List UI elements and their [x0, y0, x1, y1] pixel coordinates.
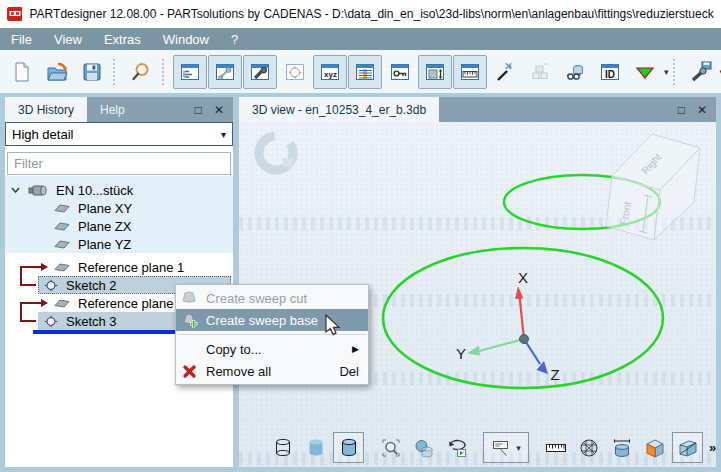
history-window-button[interactable]	[173, 55, 207, 89]
history-window-icon	[179, 61, 201, 83]
measure-button[interactable]	[606, 432, 637, 463]
measure-icon	[610, 436, 634, 460]
menu-item-create-sweep-base[interactable]: Create sweep base	[176, 309, 368, 331]
new-document-icon	[11, 61, 33, 83]
wrench-window-button[interactable]	[208, 55, 242, 89]
annotation-caret[interactable]: ▾	[516, 443, 521, 453]
panel-buttons: □ ✕	[669, 97, 716, 122]
tree-label[interactable]: Sketch 2	[63, 278, 120, 293]
tree-label[interactable]: Reference plane 1	[75, 260, 187, 275]
plane-icon	[54, 203, 70, 213]
maximize-button[interactable]: □	[195, 103, 202, 117]
section-icon	[643, 436, 667, 460]
filter-input[interactable]	[7, 152, 231, 175]
tree-row-plane-yz[interactable]: Plane YZ	[5, 235, 233, 253]
zoom-fit-icon	[379, 436, 403, 460]
assembly-icon	[529, 61, 551, 83]
id-window-button[interactable]: ID	[593, 55, 627, 89]
plane-icon	[54, 239, 70, 249]
shaded-edges-button[interactable]	[333, 432, 364, 463]
magic-wand-button[interactable]	[488, 55, 522, 89]
tree-row-ref-plane-1[interactable]: Reference plane 1	[5, 258, 233, 276]
new-document-button[interactable]	[5, 55, 39, 89]
menu-item-copy-to[interactable]: Copy to... ▶	[176, 338, 368, 360]
detail-dropdown[interactable]: High detail ▾	[5, 122, 233, 146]
menu-item-shortcut: Del	[339, 364, 359, 379]
perspective-icon	[676, 436, 700, 460]
ruler-button[interactable]	[540, 432, 571, 463]
sweep-cut-icon	[180, 290, 199, 306]
table-window-button[interactable]	[348, 55, 382, 89]
transparency-icon	[412, 436, 436, 460]
magnifier-icon	[130, 61, 152, 83]
tree-row-plane-xy[interactable]: Plane XY	[5, 199, 233, 217]
open-icon	[46, 61, 68, 83]
menu-file[interactable]: File	[0, 28, 43, 50]
screw-export-button[interactable]	[684, 55, 718, 89]
screw-window-button[interactable]	[243, 55, 277, 89]
section-button[interactable]	[639, 432, 670, 463]
rotate-animation-button[interactable]	[441, 432, 472, 463]
tree-row-plane-zx[interactable]: Plane ZX	[5, 217, 233, 235]
tree-label[interactable]: EN 10...stück	[53, 183, 136, 198]
assembly-button	[523, 55, 557, 89]
tree-row-part[interactable]: EN 10...stück	[5, 181, 233, 199]
menu-item-remove-all[interactable]: Remove all Del	[176, 360, 368, 382]
tab-help[interactable]: Help	[87, 97, 138, 122]
view-title: 3D view - en_10253_4_er_b.3db	[252, 103, 426, 117]
toolbar-overflow-button[interactable]: »	[709, 440, 716, 455]
tree-label[interactable]: Plane YZ	[75, 237, 134, 252]
magnifier-button[interactable]	[124, 55, 158, 89]
tree-label[interactable]: Sketch 3	[63, 314, 120, 329]
navigation-cube[interactable]: Right Front	[602, 128, 712, 248]
z-axis-label: Z	[550, 366, 559, 383]
sketch-window-button[interactable]	[278, 55, 312, 89]
xyz-window-button[interactable]: xyz	[313, 55, 347, 89]
filter-wrap	[5, 146, 233, 175]
key-window-button[interactable]	[383, 55, 417, 89]
shaded-button[interactable]	[300, 432, 331, 463]
tab-3d-history[interactable]: 3D History	[5, 97, 87, 122]
expander-chevron-icon[interactable]	[10, 185, 21, 195]
close-button[interactable]: ✕	[697, 103, 707, 117]
perspective-button[interactable]	[672, 432, 703, 463]
transparency-button[interactable]	[408, 432, 439, 463]
annotation-icon	[491, 436, 515, 460]
xyz-window-icon: xyz	[319, 61, 341, 83]
wireframe-button[interactable]	[267, 432, 298, 463]
close-button[interactable]: ✕	[214, 103, 224, 117]
quality-dropdown-caret[interactable]: ▾	[664, 67, 669, 77]
zoom-fit-button[interactable]	[375, 432, 406, 463]
plane-icon	[54, 262, 70, 272]
part-search-button[interactable]	[558, 55, 592, 89]
part-search-icon	[564, 61, 586, 83]
tab-3d-view[interactable]: 3D view - en_10253_4_er_b.3db	[239, 97, 439, 122]
ruler-icon	[544, 436, 568, 460]
tree-label[interactable]: Reference plane 2	[75, 296, 187, 311]
area-window-button[interactable]	[418, 55, 452, 89]
menu-item-label: Remove all	[206, 364, 271, 379]
menu-view[interactable]: View	[43, 28, 93, 50]
save-button[interactable]	[75, 55, 109, 89]
ruler-window-button[interactable]	[453, 55, 487, 89]
table-window-icon	[354, 61, 376, 83]
mesh-button[interactable]	[573, 432, 604, 463]
menu-item-label: Create sweep cut	[206, 291, 307, 306]
tree-label[interactable]: Plane ZX	[75, 219, 134, 234]
menu-window[interactable]: Window	[152, 28, 220, 50]
menu-extras[interactable]: Extras	[93, 28, 152, 50]
menu-help[interactable]: ?	[220, 28, 249, 50]
partdesigner-window: PARTdesigner 12.08.00 - PARTsolutions by…	[0, 0, 721, 472]
tree-label[interactable]: Plane XY	[75, 201, 135, 216]
xyz-glyph: xyz	[324, 70, 337, 79]
menu-bar: File View Extras Window ?	[0, 28, 721, 50]
part-icon	[28, 184, 48, 197]
y-axis-label: Y	[456, 345, 466, 362]
maximize-button[interactable]: □	[678, 103, 685, 117]
shaded-edges-icon	[337, 436, 361, 460]
chevron-down-icon[interactable]: ▾	[221, 129, 226, 140]
open-button[interactable]	[40, 55, 74, 89]
quality-dropdown-button[interactable]	[628, 55, 662, 89]
annotation-dropdown-button[interactable]: ▾	[483, 432, 529, 463]
toolbar-separator	[673, 59, 680, 85]
